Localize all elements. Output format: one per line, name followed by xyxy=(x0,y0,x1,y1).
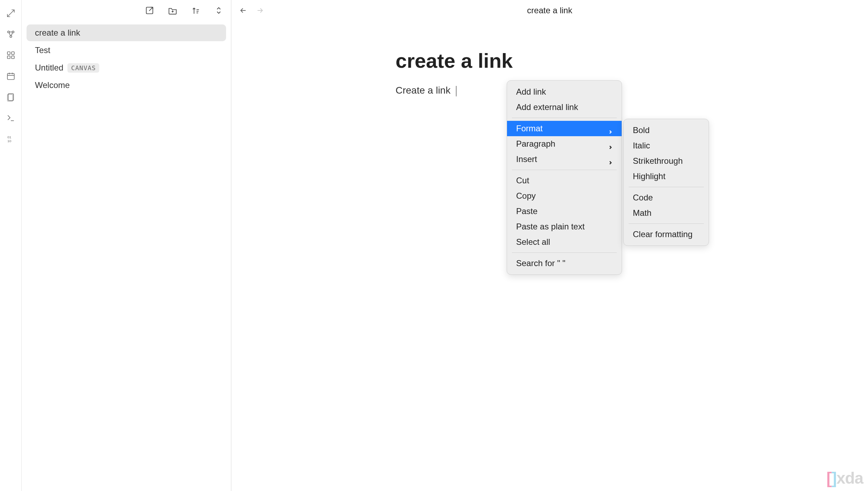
svg-rect-6 xyxy=(12,56,14,59)
menu-label: Select all xyxy=(516,237,550,247)
text-cursor xyxy=(456,86,457,96)
file-item-label: Welcome xyxy=(35,80,70,90)
menu-label: Search for " " xyxy=(516,258,565,268)
file-item-welcome[interactable]: Welcome xyxy=(27,77,226,94)
svg-rect-3 xyxy=(7,52,10,54)
submenu-clear-formatting[interactable]: Clear formatting xyxy=(624,227,709,242)
menu-label: Copy xyxy=(516,191,536,201)
file-item-label: Test xyxy=(35,45,50,55)
menu-paragraph[interactable]: Paragraph xyxy=(507,136,622,152)
menu-label: Strikethrough xyxy=(633,156,683,166)
menu-select-all[interactable]: Select all xyxy=(507,234,622,250)
document-body[interactable]: Create a link xyxy=(396,85,456,96)
menu-add-external-link[interactable]: Add external link xyxy=(507,100,622,115)
quick-switcher-icon[interactable] xyxy=(6,8,16,18)
svg-point-0 xyxy=(7,31,9,33)
menu-label: Clear formatting xyxy=(633,229,693,239)
file-item-untitled[interactable]: Untitled CANVAS xyxy=(27,59,226,76)
chevron-right-icon xyxy=(608,142,613,146)
menu-insert[interactable]: Insert xyxy=(507,152,622,167)
chevron-right-icon xyxy=(608,126,613,131)
context-menu: Add link Add external link Format Paragr… xyxy=(507,80,622,275)
body-text: Create a link xyxy=(396,85,450,96)
canvas-grid-icon[interactable] xyxy=(6,50,16,60)
menu-label: Paste as plain text xyxy=(516,222,585,232)
menu-separator xyxy=(512,118,617,118)
menu-label: Paragraph xyxy=(516,139,555,149)
main-header: create a link xyxy=(231,0,868,21)
sidebar-toolbar xyxy=(22,0,231,21)
menu-label: Highlight xyxy=(633,171,665,181)
menu-label: Paste xyxy=(516,206,537,216)
svg-text:01: 01 xyxy=(7,135,11,139)
menu-separator xyxy=(512,252,617,253)
chevron-right-icon xyxy=(608,157,613,161)
left-icon-rail: 0110 xyxy=(0,0,22,491)
menu-label: Add external link xyxy=(516,102,578,112)
command-palette-icon[interactable] xyxy=(6,113,16,123)
menu-separator xyxy=(629,223,704,224)
submenu-highlight[interactable]: Highlight xyxy=(624,169,709,184)
menu-format[interactable]: Format xyxy=(507,121,622,136)
new-folder-icon[interactable] xyxy=(167,5,178,16)
file-item-create-a-link[interactable]: create a link xyxy=(27,24,226,41)
submenu-code[interactable]: Code xyxy=(624,190,709,205)
new-note-icon[interactable] xyxy=(144,5,155,16)
file-list: create a link Test Untitled CANVAS Welco… xyxy=(22,21,231,97)
svg-rect-7 xyxy=(7,73,14,79)
menu-label: Italic xyxy=(633,141,650,151)
nav-forward-button[interactable] xyxy=(255,6,265,15)
binary-icon[interactable]: 0110 xyxy=(6,134,16,144)
collapse-expand-icon[interactable] xyxy=(214,5,224,16)
sidebar: create a link Test Untitled CANVAS Welco… xyxy=(22,0,231,491)
menu-search-for[interactable]: Search for " " xyxy=(507,256,622,271)
menu-cut[interactable]: Cut xyxy=(507,173,622,188)
menu-label: Code xyxy=(633,193,653,203)
submenu-math[interactable]: Math xyxy=(624,205,709,221)
file-item-test[interactable]: Test xyxy=(27,42,226,59)
header-title: create a link xyxy=(527,6,572,15)
svg-rect-4 xyxy=(12,52,14,54)
menu-label: Bold xyxy=(633,125,650,135)
document-title[interactable]: create a link xyxy=(396,49,707,72)
graph-view-icon[interactable] xyxy=(6,29,16,39)
menu-paste[interactable]: Paste xyxy=(507,204,622,219)
submenu-italic[interactable]: Italic xyxy=(624,138,709,153)
submenu-strikethrough[interactable]: Strikethrough xyxy=(624,153,709,169)
menu-copy[interactable]: Copy xyxy=(507,188,622,204)
daily-note-icon[interactable] xyxy=(6,71,16,81)
menu-add-link[interactable]: Add link xyxy=(507,84,622,100)
file-item-label: Untitled xyxy=(35,63,63,73)
menu-label: Math xyxy=(633,208,651,218)
menu-label: Insert xyxy=(516,154,537,164)
svg-rect-5 xyxy=(7,56,10,59)
menu-label: Cut xyxy=(516,176,529,185)
submenu-bold[interactable]: Bold xyxy=(624,123,709,138)
menu-label: Format xyxy=(516,124,543,133)
nav-arrows xyxy=(238,6,265,15)
menu-separator xyxy=(512,170,617,170)
xda-watermark: []xda xyxy=(826,469,863,488)
svg-point-1 xyxy=(12,31,14,33)
format-submenu: Bold Italic Strikethrough Highlight Code… xyxy=(623,119,709,246)
svg-text:10: 10 xyxy=(7,139,11,143)
menu-paste-plain[interactable]: Paste as plain text xyxy=(507,219,622,234)
file-item-label: create a link xyxy=(35,28,80,38)
nav-back-button[interactable] xyxy=(238,6,248,15)
menu-label: Add link xyxy=(516,87,546,97)
canvas-badge: CANVAS xyxy=(67,63,99,73)
menu-separator xyxy=(629,187,704,187)
templates-icon[interactable] xyxy=(6,92,16,102)
sort-icon[interactable] xyxy=(190,5,201,16)
